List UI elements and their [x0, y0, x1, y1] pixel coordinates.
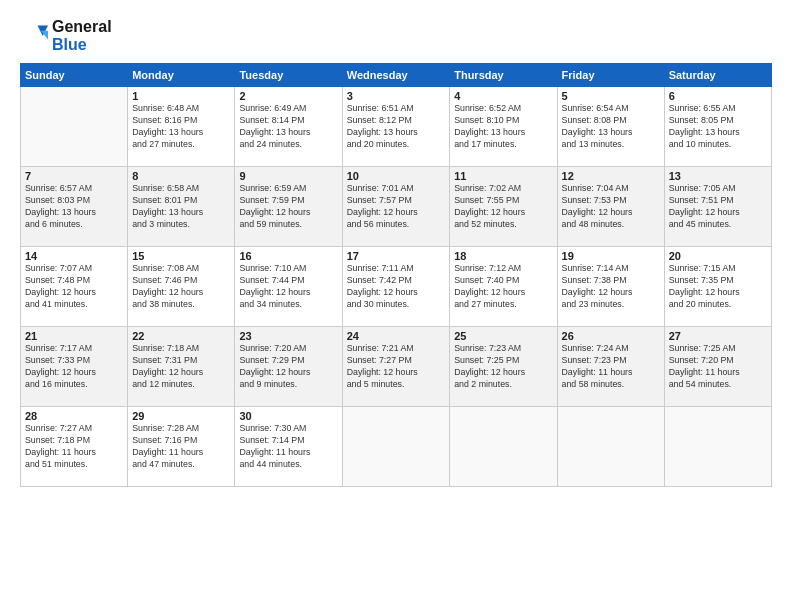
calendar-cell: 13Sunrise: 7:05 AM Sunset: 7:51 PM Dayli… — [664, 167, 771, 247]
weekday-header-saturday: Saturday — [664, 64, 771, 87]
calendar-cell: 12Sunrise: 7:04 AM Sunset: 7:53 PM Dayli… — [557, 167, 664, 247]
week-row-4: 21Sunrise: 7:17 AM Sunset: 7:33 PM Dayli… — [21, 327, 772, 407]
day-number: 1 — [132, 90, 230, 102]
day-number: 21 — [25, 330, 123, 342]
day-info: Sunrise: 6:59 AM Sunset: 7:59 PM Dayligh… — [239, 183, 337, 231]
day-info: Sunrise: 7:14 AM Sunset: 7:38 PM Dayligh… — [562, 263, 660, 311]
day-info: Sunrise: 7:28 AM Sunset: 7:16 PM Dayligh… — [132, 423, 230, 471]
page: General Blue SundayMondayTuesdayWednesda… — [0, 0, 792, 612]
day-number: 9 — [239, 170, 337, 182]
day-number: 18 — [454, 250, 552, 262]
logo-text: General Blue — [52, 18, 112, 53]
day-info: Sunrise: 7:07 AM Sunset: 7:48 PM Dayligh… — [25, 263, 123, 311]
header: General Blue — [20, 18, 772, 53]
day-info: Sunrise: 7:24 AM Sunset: 7:23 PM Dayligh… — [562, 343, 660, 391]
calendar-cell: 28Sunrise: 7:27 AM Sunset: 7:18 PM Dayli… — [21, 407, 128, 487]
day-number: 20 — [669, 250, 767, 262]
day-info: Sunrise: 6:58 AM Sunset: 8:01 PM Dayligh… — [132, 183, 230, 231]
calendar-cell: 3Sunrise: 6:51 AM Sunset: 8:12 PM Daylig… — [342, 87, 449, 167]
day-number: 3 — [347, 90, 445, 102]
day-info: Sunrise: 7:23 AM Sunset: 7:25 PM Dayligh… — [454, 343, 552, 391]
calendar-cell: 8Sunrise: 6:58 AM Sunset: 8:01 PM Daylig… — [128, 167, 235, 247]
calendar-cell: 6Sunrise: 6:55 AM Sunset: 8:05 PM Daylig… — [664, 87, 771, 167]
calendar-cell: 23Sunrise: 7:20 AM Sunset: 7:29 PM Dayli… — [235, 327, 342, 407]
day-info: Sunrise: 7:20 AM Sunset: 7:29 PM Dayligh… — [239, 343, 337, 391]
day-info: Sunrise: 6:57 AM Sunset: 8:03 PM Dayligh… — [25, 183, 123, 231]
day-info: Sunrise: 7:01 AM Sunset: 7:57 PM Dayligh… — [347, 183, 445, 231]
day-number: 23 — [239, 330, 337, 342]
weekday-header-sunday: Sunday — [21, 64, 128, 87]
logo-blue: Blue — [52, 36, 87, 53]
calendar-cell: 15Sunrise: 7:08 AM Sunset: 7:46 PM Dayli… — [128, 247, 235, 327]
logo-general: General — [52, 18, 112, 35]
weekday-header-thursday: Thursday — [450, 64, 557, 87]
weekday-header-friday: Friday — [557, 64, 664, 87]
calendar-cell: 21Sunrise: 7:17 AM Sunset: 7:33 PM Dayli… — [21, 327, 128, 407]
calendar-cell: 20Sunrise: 7:15 AM Sunset: 7:35 PM Dayli… — [664, 247, 771, 327]
day-info: Sunrise: 6:49 AM Sunset: 8:14 PM Dayligh… — [239, 103, 337, 151]
day-number: 15 — [132, 250, 230, 262]
calendar-cell: 10Sunrise: 7:01 AM Sunset: 7:57 PM Dayli… — [342, 167, 449, 247]
day-info: Sunrise: 7:27 AM Sunset: 7:18 PM Dayligh… — [25, 423, 123, 471]
day-info: Sunrise: 6:54 AM Sunset: 8:08 PM Dayligh… — [562, 103, 660, 151]
calendar-table: SundayMondayTuesdayWednesdayThursdayFrid… — [20, 63, 772, 487]
day-number: 14 — [25, 250, 123, 262]
calendar-cell — [342, 407, 449, 487]
day-info: Sunrise: 7:15 AM Sunset: 7:35 PM Dayligh… — [669, 263, 767, 311]
day-info: Sunrise: 7:02 AM Sunset: 7:55 PM Dayligh… — [454, 183, 552, 231]
day-info: Sunrise: 7:18 AM Sunset: 7:31 PM Dayligh… — [132, 343, 230, 391]
day-number: 24 — [347, 330, 445, 342]
day-number: 5 — [562, 90, 660, 102]
day-number: 4 — [454, 90, 552, 102]
calendar-cell — [557, 407, 664, 487]
weekday-header-wednesday: Wednesday — [342, 64, 449, 87]
day-number: 22 — [132, 330, 230, 342]
day-info: Sunrise: 6:52 AM Sunset: 8:10 PM Dayligh… — [454, 103, 552, 151]
calendar-cell: 18Sunrise: 7:12 AM Sunset: 7:40 PM Dayli… — [450, 247, 557, 327]
calendar-cell: 4Sunrise: 6:52 AM Sunset: 8:10 PM Daylig… — [450, 87, 557, 167]
day-number: 25 — [454, 330, 552, 342]
day-number: 13 — [669, 170, 767, 182]
day-number: 17 — [347, 250, 445, 262]
weekday-header-row: SundayMondayTuesdayWednesdayThursdayFrid… — [21, 64, 772, 87]
day-info: Sunrise: 7:05 AM Sunset: 7:51 PM Dayligh… — [669, 183, 767, 231]
day-info: Sunrise: 7:30 AM Sunset: 7:14 PM Dayligh… — [239, 423, 337, 471]
calendar-cell: 29Sunrise: 7:28 AM Sunset: 7:16 PM Dayli… — [128, 407, 235, 487]
calendar-cell: 26Sunrise: 7:24 AM Sunset: 7:23 PM Dayli… — [557, 327, 664, 407]
day-info: Sunrise: 7:12 AM Sunset: 7:40 PM Dayligh… — [454, 263, 552, 311]
calendar-cell: 19Sunrise: 7:14 AM Sunset: 7:38 PM Dayli… — [557, 247, 664, 327]
day-number: 11 — [454, 170, 552, 182]
day-number: 19 — [562, 250, 660, 262]
day-number: 26 — [562, 330, 660, 342]
calendar-cell — [21, 87, 128, 167]
day-info: Sunrise: 6:55 AM Sunset: 8:05 PM Dayligh… — [669, 103, 767, 151]
calendar-cell: 5Sunrise: 6:54 AM Sunset: 8:08 PM Daylig… — [557, 87, 664, 167]
calendar-cell: 1Sunrise: 6:48 AM Sunset: 8:16 PM Daylig… — [128, 87, 235, 167]
calendar-cell: 14Sunrise: 7:07 AM Sunset: 7:48 PM Dayli… — [21, 247, 128, 327]
calendar-cell: 25Sunrise: 7:23 AM Sunset: 7:25 PM Dayli… — [450, 327, 557, 407]
logo: General Blue — [20, 18, 112, 53]
day-info: Sunrise: 7:08 AM Sunset: 7:46 PM Dayligh… — [132, 263, 230, 311]
calendar-cell: 11Sunrise: 7:02 AM Sunset: 7:55 PM Dayli… — [450, 167, 557, 247]
weekday-header-tuesday: Tuesday — [235, 64, 342, 87]
calendar-cell: 22Sunrise: 7:18 AM Sunset: 7:31 PM Dayli… — [128, 327, 235, 407]
day-info: Sunrise: 7:11 AM Sunset: 7:42 PM Dayligh… — [347, 263, 445, 311]
day-number: 28 — [25, 410, 123, 422]
day-info: Sunrise: 7:21 AM Sunset: 7:27 PM Dayligh… — [347, 343, 445, 391]
calendar-cell: 27Sunrise: 7:25 AM Sunset: 7:20 PM Dayli… — [664, 327, 771, 407]
day-number: 27 — [669, 330, 767, 342]
day-number: 29 — [132, 410, 230, 422]
week-row-2: 7Sunrise: 6:57 AM Sunset: 8:03 PM Daylig… — [21, 167, 772, 247]
weekday-header-monday: Monday — [128, 64, 235, 87]
calendar-cell: 2Sunrise: 6:49 AM Sunset: 8:14 PM Daylig… — [235, 87, 342, 167]
calendar-cell: 9Sunrise: 6:59 AM Sunset: 7:59 PM Daylig… — [235, 167, 342, 247]
week-row-3: 14Sunrise: 7:07 AM Sunset: 7:48 PM Dayli… — [21, 247, 772, 327]
day-number: 12 — [562, 170, 660, 182]
calendar-cell — [664, 407, 771, 487]
day-number: 10 — [347, 170, 445, 182]
calendar-cell: 7Sunrise: 6:57 AM Sunset: 8:03 PM Daylig… — [21, 167, 128, 247]
day-number: 6 — [669, 90, 767, 102]
calendar-cell: 30Sunrise: 7:30 AM Sunset: 7:14 PM Dayli… — [235, 407, 342, 487]
day-number: 2 — [239, 90, 337, 102]
day-number: 8 — [132, 170, 230, 182]
